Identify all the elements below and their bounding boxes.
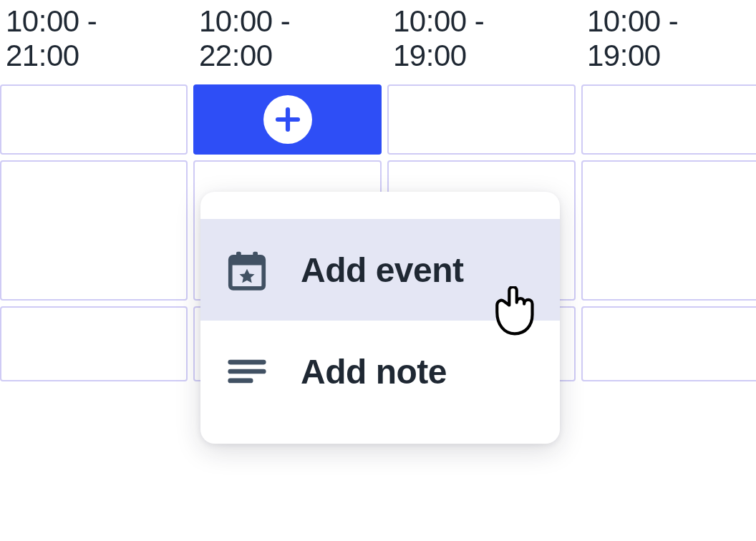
add-popover: Add event Add note [200,192,560,444]
svg-rect-3 [231,257,264,265]
calendar-header-cell: 10:00 -22:00 [193,0,382,79]
calendar-cell[interactable] [0,84,188,155]
menu-item-add-event[interactable]: Add event [200,219,560,321]
calendar-header-row: 10:00 -21:00 10:00 -22:00 10:00 -19:00 1… [0,0,756,82]
svg-rect-5 [253,252,258,259]
time-range: 10:00 -21:00 [6,4,97,72]
time-range: 10:00 -22:00 [199,4,290,72]
svg-rect-4 [236,252,241,259]
calendar-cell[interactable] [387,84,576,155]
menu-item-label: Add note [301,352,447,391]
calendar-star-icon [225,248,269,292]
calendar-header-cell: 10:00 -21:00 [0,0,188,79]
calendar-cell[interactable] [0,306,188,381]
time-range: 10:00 -19:00 [587,4,678,72]
calendar-cell-add-active[interactable] [193,84,382,155]
calendar-cell[interactable] [581,160,756,301]
calendar-header-cell: 10:00 -19:00 [387,0,576,79]
note-lines-icon [225,349,269,394]
menu-item-add-note[interactable]: Add note [200,321,560,422]
calendar-cell[interactable] [0,160,188,301]
calendar-header-cell: 10:00 -19:00 [581,0,756,79]
plus-circle-icon [263,95,312,144]
calendar-row [0,82,756,157]
menu-item-label: Add event [301,250,464,290]
time-range: 10:00 -19:00 [393,4,484,72]
calendar-cell[interactable] [581,84,756,155]
calendar-cell[interactable] [581,306,756,381]
